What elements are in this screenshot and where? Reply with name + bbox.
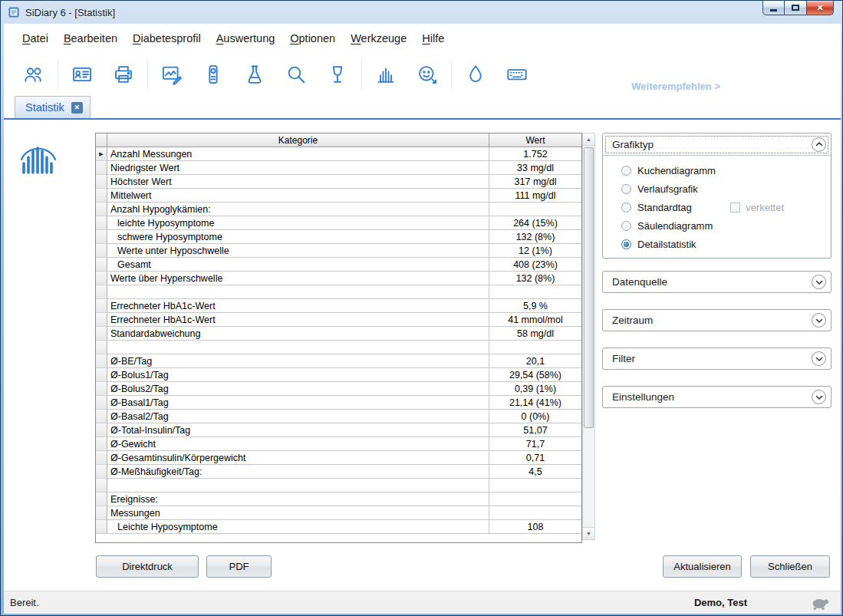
- table-row[interactable]: [96, 479, 581, 492]
- schliessen-button[interactable]: Schließen: [750, 555, 830, 578]
- toolbar-search-button[interactable]: [278, 58, 314, 91]
- menu-item-bearbeiten[interactable]: Bearbeiten: [56, 28, 125, 48]
- expand-button[interactable]: [812, 275, 826, 289]
- table-row[interactable]: Ø-Gesamtinsulin/Körpergewicht0,71: [96, 451, 581, 465]
- expand-button[interactable]: [812, 313, 826, 328]
- table-row[interactable]: Anzahl Hypoglykämien:: [96, 203, 581, 216]
- row-selector[interactable]: [96, 451, 107, 465]
- row-selector[interactable]: [96, 437, 107, 451]
- row-selector[interactable]: [96, 175, 107, 189]
- direktdruck-button[interactable]: Direktdruck: [96, 555, 199, 578]
- expand-button[interactable]: [812, 390, 826, 404]
- toolbar-users-button[interactable]: [16, 58, 51, 91]
- pdf-button[interactable]: PDF: [206, 555, 272, 578]
- radio-standardtag[interactable]: Standardtag verkettet: [603, 198, 831, 216]
- toolbar-chart-edit-button[interactable]: [154, 58, 189, 91]
- table-row[interactable]: [96, 341, 581, 354]
- table-row[interactable]: Ereignisse:: [96, 492, 581, 506]
- table-row[interactable]: Errechneter HbA1c-Wert41 mmol/mol: [96, 313, 581, 327]
- col-header-wert[interactable]: Wert: [489, 133, 581, 147]
- verkettet-checkbox[interactable]: verkettet: [730, 202, 784, 213]
- toolbar-id-card-button[interactable]: [64, 58, 100, 91]
- menu-item-datei[interactable]: Datei: [15, 28, 56, 48]
- table-row[interactable]: Leichte Hyposymptome108: [96, 520, 581, 534]
- row-selector[interactable]: [96, 354, 107, 368]
- menu-item-optionen[interactable]: Optionen: [282, 28, 343, 48]
- table-row[interactable]: Ø-BE/Tag20,1: [96, 354, 581, 368]
- maximize-button[interactable]: [785, 1, 806, 15]
- tab-close-icon[interactable]: ✕: [71, 102, 83, 114]
- filter-panel[interactable]: Filter: [602, 348, 831, 370]
- row-selector[interactable]: [96, 368, 107, 382]
- grafiktyp-header[interactable]: Grafiktyp: [603, 133, 831, 156]
- menu-item-werkzeuge[interactable]: Werkzeuge: [343, 28, 414, 48]
- radio-saeulendiagramm[interactable]: Säulendiagramm: [603, 216, 831, 235]
- toolbar-keyboard-button[interactable]: [499, 58, 535, 91]
- row-selector[interactable]: [96, 161, 107, 175]
- table-scrollbar[interactable]: ▲ ▼: [582, 133, 595, 540]
- toolbar-glass-button[interactable]: [320, 58, 355, 91]
- close-button[interactable]: ✕: [806, 1, 834, 15]
- row-selector[interactable]: [96, 189, 107, 203]
- row-selector[interactable]: [96, 244, 107, 258]
- recommend-link[interactable]: Weiterempfehlen >: [631, 81, 720, 92]
- row-selector[interactable]: [96, 327, 107, 341]
- table-row[interactable]: Standardabweichung58 mg/dl: [96, 327, 581, 341]
- table-row[interactable]: ▶Anzahl Messungen1.752: [96, 147, 581, 161]
- radio-verlaufsgrafik[interactable]: Verlaufsgrafik: [603, 180, 831, 198]
- menu-item-diabetesprofil[interactable]: Diabetesprofil: [125, 28, 209, 48]
- row-selector[interactable]: [96, 299, 107, 313]
- row-selector[interactable]: [96, 410, 107, 423]
- datenquelle-panel[interactable]: Datenquelle: [602, 271, 831, 293]
- toolbar-smiley-button[interactable]: [410, 58, 445, 91]
- row-selector[interactable]: [96, 492, 107, 506]
- table-row[interactable]: Werte über Hyperschwelle132 (8%): [96, 272, 581, 285]
- menu-item-auswertung[interactable]: Auswertung: [209, 28, 283, 48]
- aktualisieren-button[interactable]: Aktualisieren: [663, 555, 742, 578]
- table-row[interactable]: Ø-Basal2/Tag0 (0%): [96, 410, 581, 423]
- tab-statistik[interactable]: Statistik ✕: [15, 96, 91, 118]
- row-selector[interactable]: [96, 341, 107, 354]
- table-row[interactable]: Gesamt408 (23%): [96, 258, 581, 272]
- row-selector[interactable]: ▶: [96, 147, 107, 161]
- table-row[interactable]: Niedrigster Wert33 mg/dl: [96, 161, 581, 175]
- col-header-kategorie[interactable]: Kategorie: [107, 133, 489, 147]
- row-selector[interactable]: [96, 313, 107, 327]
- toolbar-meter-button[interactable]: [196, 58, 231, 91]
- table-row[interactable]: Ø-Bolus1/Tag29,54 (58%): [96, 368, 581, 382]
- einstellungen-panel[interactable]: Einstellungen: [602, 386, 831, 408]
- table-row[interactable]: Ø-Gewicht71,7: [96, 437, 581, 451]
- table-row[interactable]: Ø-Total-Insulin/Tag51,07: [96, 423, 581, 437]
- table-row[interactable]: Messungen: [96, 506, 581, 520]
- table-row[interactable]: Ø-Bolus2/Tag0,39 (1%): [96, 382, 581, 396]
- toolbar-statistics-button[interactable]: [368, 58, 403, 91]
- table-row[interactable]: Ø-Meßhäufigkeit/Tag:4,5: [96, 465, 581, 479]
- table-row[interactable]: Höchster Wert317 mg/dl: [96, 175, 581, 189]
- toolbar-flask-button[interactable]: [237, 58, 272, 91]
- toolbar-drop-button[interactable]: [458, 58, 493, 91]
- table-row[interactable]: Mittelwert111 mg/dl: [96, 189, 581, 203]
- radio-kuchendiagramm[interactable]: Kuchendiagramm: [603, 161, 831, 180]
- row-selector[interactable]: [96, 520, 107, 534]
- row-selector[interactable]: [96, 258, 107, 272]
- row-selector[interactable]: [96, 423, 107, 437]
- expand-button[interactable]: [812, 351, 826, 366]
- scroll-up-icon[interactable]: ▲: [583, 133, 594, 146]
- minimize-button[interactable]: [762, 1, 785, 15]
- table-row[interactable]: Ø-Basal1/Tag21,14 (41%): [96, 396, 581, 410]
- zeitraum-panel[interactable]: Zeitraum: [602, 309, 831, 331]
- row-selector[interactable]: [96, 203, 107, 216]
- radio-detailstatistik[interactable]: Detailstatistik: [603, 235, 831, 253]
- table-row[interactable]: leichte Hyposymptome264 (15%): [96, 216, 581, 230]
- table-row[interactable]: Werte unter Hyposchwelle12 (1%): [96, 244, 581, 258]
- row-selector[interactable]: [96, 230, 107, 244]
- scroll-thumb[interactable]: [584, 147, 594, 428]
- table-row[interactable]: [96, 285, 581, 299]
- row-selector[interactable]: [96, 506, 107, 520]
- table-row[interactable]: Errechneter HbA1c-Wert5,9 %: [96, 299, 581, 313]
- row-selector[interactable]: [96, 479, 107, 492]
- row-selector[interactable]: [96, 396, 107, 410]
- table-row[interactable]: schwere Hyposymptome132 (8%): [96, 230, 581, 244]
- collapse-button[interactable]: [812, 137, 826, 152]
- row-selector[interactable]: [96, 465, 107, 479]
